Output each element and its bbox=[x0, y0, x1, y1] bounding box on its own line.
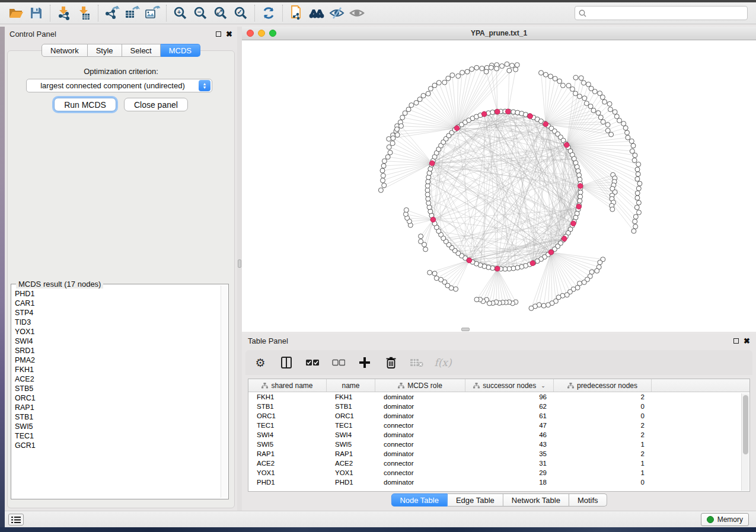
table-row[interactable]: FKH1FKH1dominator962 bbox=[248, 392, 749, 402]
columns-icon[interactable] bbox=[279, 355, 294, 370]
mcds-result-item[interactable]: STB1 bbox=[15, 412, 219, 422]
zoom-fit-icon[interactable]: ⤢ bbox=[210, 4, 231, 22]
table-scrollbar[interactable] bbox=[741, 393, 749, 491]
control-panel-float-icon[interactable] bbox=[216, 31, 221, 37]
tab-network[interactable]: Network bbox=[42, 44, 88, 57]
mcds-result-item[interactable]: TEC1 bbox=[15, 431, 219, 441]
show-details-icon[interactable] bbox=[347, 4, 367, 22]
import-table-icon[interactable] bbox=[74, 4, 94, 22]
tab-mcds[interactable]: MCDS bbox=[161, 44, 200, 57]
network-canvas[interactable] bbox=[242, 40, 756, 332]
mcds-result-item[interactable]: SWI4 bbox=[15, 336, 219, 346]
table-row[interactable]: PHD1PHD1dominator180 bbox=[248, 477, 749, 487]
export-image-icon[interactable] bbox=[142, 4, 162, 22]
table-panel-close-icon[interactable]: ✖ bbox=[744, 338, 750, 344]
horizontal-splitter-handle[interactable] bbox=[461, 328, 470, 331]
column-header-predecessor-nodes[interactable]: predecessor nodes bbox=[554, 379, 652, 392]
table-row[interactable]: SWI4SWI4dominator462 bbox=[248, 430, 749, 440]
mcds-result-title: MCDS result (17 nodes) bbox=[16, 280, 103, 289]
table-panel-title: Table Panel bbox=[248, 336, 288, 345]
mcds-result-scrollbar[interactable] bbox=[221, 286, 227, 498]
network-window-titlebar[interactable]: YPA_prune.txt_1 bbox=[242, 27, 756, 40]
save-icon[interactable] bbox=[26, 4, 46, 22]
mcds-result-item[interactable]: RAP1 bbox=[15, 403, 219, 412]
criterion-select[interactable]: largest connected component (undirected)… bbox=[26, 79, 212, 92]
mcds-result-list[interactable]: PHD1CAR1STP4TID3YOX1SWI4SRD1PMA2FKH1ACE2… bbox=[15, 289, 219, 496]
mcds-result-item[interactable]: CAR1 bbox=[15, 299, 219, 308]
clone-network-icon[interactable] bbox=[286, 4, 307, 22]
import-network-icon[interactable] bbox=[54, 4, 74, 22]
tab-style[interactable]: Style bbox=[88, 44, 122, 57]
table-row[interactable]: STB1STB1dominator620 bbox=[248, 402, 749, 411]
export-table-icon[interactable] bbox=[122, 4, 142, 22]
delete-icon[interactable] bbox=[383, 355, 398, 370]
network-graph[interactable] bbox=[242, 40, 756, 332]
select-all-icon[interactable] bbox=[305, 355, 320, 370]
refresh-icon[interactable] bbox=[259, 4, 279, 22]
tab-network-table[interactable]: Network Table bbox=[503, 493, 569, 507]
tab-node-table[interactable]: Node Table bbox=[391, 493, 448, 507]
close-traffic-icon[interactable] bbox=[247, 30, 254, 37]
add-icon[interactable] bbox=[357, 355, 372, 370]
tab-edge-table[interactable]: Edge Table bbox=[448, 493, 503, 507]
zoom-traffic-icon[interactable] bbox=[269, 30, 276, 37]
cell-name: SWI5 bbox=[327, 441, 375, 448]
column-header-successor-nodes[interactable]: successor nodes⌄ bbox=[465, 379, 554, 392]
deselect-all-icon[interactable] bbox=[331, 355, 346, 370]
column-header-shared-name[interactable]: shared name bbox=[248, 379, 327, 392]
table-scrollbar-thumb[interactable] bbox=[743, 395, 748, 454]
search-input[interactable] bbox=[589, 9, 744, 17]
close-panel-button[interactable]: Close panel bbox=[124, 98, 188, 111]
search-box[interactable] bbox=[575, 6, 748, 20]
mcds-result-item[interactable]: STP4 bbox=[15, 308, 219, 318]
mcds-result-item[interactable]: STB5 bbox=[15, 384, 219, 393]
mcds-result-item[interactable]: SWI5 bbox=[15, 422, 219, 431]
mcds-result-item[interactable]: PMA2 bbox=[15, 355, 219, 365]
cell-shared_name: YOX1 bbox=[248, 469, 327, 476]
tab-motifs[interactable]: Motifs bbox=[569, 493, 607, 507]
toolbar-separator bbox=[98, 5, 98, 21]
mcds-result-item[interactable]: TID3 bbox=[15, 318, 219, 327]
vertical-splitter-handle[interactable] bbox=[238, 259, 241, 268]
mcds-result-item[interactable]: SRD1 bbox=[15, 346, 219, 355]
mcds-result-item[interactable]: ACE2 bbox=[15, 374, 219, 384]
cell-shared_name: SWI5 bbox=[248, 441, 327, 448]
cell-predecessors: 2 bbox=[554, 431, 652, 438]
node-table[interactable]: shared namenameMCDS rolesuccessor nodes⌄… bbox=[248, 379, 750, 492]
mcds-result-item[interactable]: YOX1 bbox=[15, 327, 219, 336]
svg-text:−: − bbox=[197, 8, 201, 15]
cell-successors: 18 bbox=[465, 479, 554, 486]
control-panel-close-icon[interactable]: ✖ bbox=[226, 31, 232, 37]
table-row[interactable]: RAP1RAP1dominator352 bbox=[248, 449, 749, 459]
mcds-result-item[interactable]: PHD1 bbox=[15, 289, 219, 299]
table-row[interactable]: TEC1TEC1connector472 bbox=[248, 421, 749, 430]
table-row[interactable]: SWI5SWI5connector431 bbox=[248, 440, 749, 449]
vertical-splitter[interactable] bbox=[237, 27, 242, 511]
column-header-MCDS-role[interactable]: MCDS role bbox=[375, 379, 465, 392]
memory-button[interactable]: Memory bbox=[701, 513, 749, 526]
tab-select[interactable]: Select bbox=[122, 44, 161, 57]
table-row[interactable]: ORC1ORC1dominator610 bbox=[248, 411, 749, 421]
task-history-button[interactable] bbox=[8, 514, 24, 525]
export-network-icon[interactable] bbox=[102, 4, 122, 22]
open-folder-icon[interactable] bbox=[6, 4, 26, 22]
table-row[interactable]: YOX1YOX1connector291 bbox=[248, 468, 749, 477]
gear-icon[interactable]: ⚙ bbox=[253, 355, 268, 370]
mcds-result-item[interactable]: FKH1 bbox=[15, 365, 219, 374]
column-header-name[interactable]: name bbox=[327, 379, 375, 392]
zoom-out-icon[interactable]: − bbox=[190, 4, 210, 22]
memory-label: Memory bbox=[717, 515, 743, 524]
run-mcds-button[interactable]: Run MCDS bbox=[54, 98, 116, 111]
table-row[interactable]: ACE2ACE2connector311 bbox=[248, 459, 749, 468]
search-network-icon[interactable] bbox=[307, 4, 327, 22]
zoom-selected-icon[interactable]: ✓ bbox=[231, 4, 251, 22]
hide-details-icon[interactable] bbox=[327, 4, 347, 22]
cell-predecessors: 0 bbox=[554, 412, 652, 419]
optimization-criterion-label: Optimization criterion: bbox=[5, 67, 237, 76]
mcds-result-item[interactable]: GCR1 bbox=[15, 441, 219, 450]
minimize-traffic-icon[interactable] bbox=[258, 30, 265, 37]
network-window-title: YPA_prune.txt_1 bbox=[242, 29, 756, 37]
table-panel-float-icon[interactable] bbox=[733, 338, 739, 344]
zoom-in-icon[interactable]: + bbox=[170, 4, 190, 22]
mcds-result-item[interactable]: ORC1 bbox=[15, 393, 219, 403]
